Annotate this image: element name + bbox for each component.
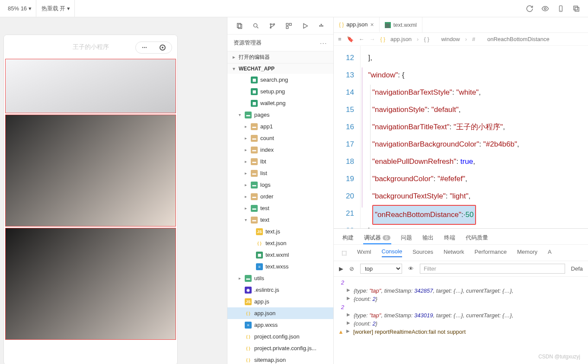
file-text-wxml[interactable]: ▦text.wxml	[227, 249, 333, 261]
play-icon[interactable]: ▶	[339, 265, 343, 272]
file-setup-png[interactable]: ▦setup.png	[227, 86, 333, 97]
open-editors-section[interactable]: ▸打开的编辑器	[227, 51, 333, 63]
file-app-json[interactable]: { }app.json	[227, 307, 333, 319]
eye-icon[interactable]	[541, 5, 549, 13]
folder-text[interactable]: ▾▬text	[227, 214, 333, 226]
device-nav-bar: 王子的小程序 ···	[4, 35, 177, 59]
folder-test[interactable]: ▸▬test	[227, 202, 333, 214]
folder-logs[interactable]: ▸▬logs	[227, 179, 333, 191]
file-text-json[interactable]: { }text.json	[227, 237, 333, 249]
panel-tab-output[interactable]: 输出	[422, 232, 435, 244]
svg-rect-13	[289, 23, 291, 26]
folder-index[interactable]: ▸▬index	[227, 144, 333, 156]
file-tree: ▦search.png ▦setup.png ▦wallet.png ▾▬pag…	[227, 74, 333, 364]
folder-pages[interactable]: ▾▬pages	[227, 109, 333, 121]
panel-tab-terminal[interactable]: 终端	[443, 232, 456, 244]
branch-icon[interactable]	[269, 22, 276, 29]
capsule-close-icon[interactable]	[160, 45, 166, 51]
zoom-level[interactable]: 85% 16 ▾	[3, 0, 36, 17]
capsule-button[interactable]: ···	[135, 42, 172, 54]
svg-point-0	[544, 7, 546, 10]
svg-rect-16	[319, 25, 320, 26]
hot-reload-toggle[interactable]: 热重载 开 ▾	[37, 0, 75, 17]
more-icon[interactable]: ···	[320, 40, 327, 46]
file-project-config[interactable]: { }project.config.json	[227, 331, 333, 342]
list-image[interactable]	[5, 115, 176, 227]
file-app-js[interactable]: JSapp.js	[227, 296, 333, 307]
svg-line-8	[257, 27, 258, 28]
crumb-prop[interactable]: onReachBottomDistance	[487, 36, 550, 42]
file-project-private[interactable]: { }project.private.config.js...	[227, 342, 333, 354]
list-image[interactable]	[5, 228, 176, 340]
svg-rect-19	[320, 24, 322, 25]
default-levels[interactable]: Defa	[571, 265, 583, 272]
file-sitemap[interactable]: { }sitemap.json	[227, 354, 333, 364]
docker-icon[interactable]	[318, 22, 325, 29]
project-section[interactable]: ▾WECHAT_APP	[227, 63, 333, 74]
devtab-console[interactable]: Console	[382, 248, 403, 257]
devtab-sources[interactable]: Sources	[412, 249, 433, 257]
bookmark-icon[interactable]: 🔖	[347, 36, 354, 42]
svg-rect-17	[320, 25, 322, 26]
files-icon[interactable]	[236, 22, 243, 29]
explorer-pane: 资源管理器 ··· ▸打开的编辑器 ▾WECHAT_APP ▦search.pn…	[227, 17, 334, 364]
search-icon[interactable]	[252, 22, 259, 29]
folder-app1[interactable]: ▸▬app1	[227, 121, 333, 132]
device-frame: 王子的小程序 ···	[3, 35, 178, 364]
list-icon[interactable]: ≡	[338, 36, 342, 42]
folder-list[interactable]: ▸▬list	[227, 167, 333, 179]
refresh-icon[interactable]	[526, 5, 534, 13]
svg-point-7	[253, 23, 257, 27]
file-search-png[interactable]: ▦search.png	[227, 74, 333, 86]
extensions-icon[interactable]	[285, 22, 292, 29]
list-image[interactable]	[5, 59, 176, 113]
tab-text-wxml[interactable]: ▦text.wxml	[380, 17, 422, 32]
svg-point-9	[270, 23, 271, 25]
devtab-network[interactable]: Network	[444, 249, 464, 257]
image-list[interactable]	[4, 59, 177, 340]
svg-rect-4	[575, 7, 579, 11]
tab-app-json[interactable]: { }app.json×	[334, 17, 380, 32]
filter-input[interactable]: Filter	[420, 264, 565, 274]
file-wallet-png[interactable]: ▦wallet.png	[227, 97, 333, 109]
file-app-wxss[interactable]: ≡app.wxss	[227, 319, 333, 331]
back-icon[interactable]: ←	[359, 36, 364, 42]
console-output[interactable]: 2 ▶{type: "tap", timeStamp: 342857, targ…	[334, 277, 588, 364]
svg-rect-18	[322, 25, 323, 26]
crumb-window[interactable]: window	[441, 36, 460, 42]
folder-count[interactable]: ▸▬count	[227, 132, 333, 144]
devtab-performance[interactable]: Performance	[475, 249, 507, 257]
inspect-icon[interactable]: ⬚	[342, 249, 347, 256]
panel-tab-debugger[interactable]: 调试器6	[363, 232, 391, 244]
panel-tab-quality[interactable]: 代码质量	[465, 232, 489, 244]
panel-tab-problems[interactable]: 问题	[400, 232, 413, 244]
top-toolbar: 85% 16 ▾ 热重载 开 ▾	[0, 0, 588, 17]
live-expression-icon[interactable]: 👁	[408, 265, 414, 272]
close-icon[interactable]: ×	[371, 21, 374, 28]
context-select[interactable]: top	[360, 264, 402, 274]
windows-icon[interactable]	[572, 5, 580, 13]
capsule-more-icon[interactable]: ···	[142, 44, 147, 51]
devtab-memory[interactable]: Memory	[517, 249, 537, 257]
file-text-js[interactable]: JStext.js	[227, 226, 333, 237]
highlighted-line: "onReachBottomDistance":·50	[372, 205, 476, 225]
devtab-wxml[interactable]: Wxml	[357, 249, 371, 257]
breadcrumb-bar: ≡ 🔖 ← → { }app.json ›{ } window ›# onRea…	[334, 33, 588, 46]
code-editor[interactable]: 121314 151617 181920 212223 ], "window":…	[334, 46, 588, 228]
file-eslintrc[interactable]: ◉.eslintrc.js	[227, 284, 333, 296]
folder-lbt[interactable]: ▸▬lbt	[227, 156, 333, 167]
forward-icon[interactable]: →	[370, 36, 375, 42]
folder-utils[interactable]: ▸▬utils	[227, 272, 333, 284]
phone-icon[interactable]	[557, 5, 565, 13]
svg-rect-12	[286, 23, 288, 26]
devtab-more[interactable]: A	[548, 249, 552, 257]
folder-order[interactable]: ▸▬order	[227, 191, 333, 202]
devtools-tabs: ⬚ Wxml Console Sources Network Performan…	[334, 245, 588, 261]
panel-tab-build[interactable]: 构建	[342, 232, 355, 244]
debug-icon[interactable]	[302, 22, 309, 29]
clear-console-icon[interactable]: ⊘	[349, 265, 354, 272]
file-text-wxss[interactable]: ≡text.wxss	[227, 261, 333, 272]
simulator-pane: 王子的小程序 ···	[0, 17, 227, 364]
panel-tabs: 构建 调试器6 问题 输出 终端 代码质量	[334, 229, 588, 245]
crumb-file[interactable]: app.json	[390, 36, 412, 42]
